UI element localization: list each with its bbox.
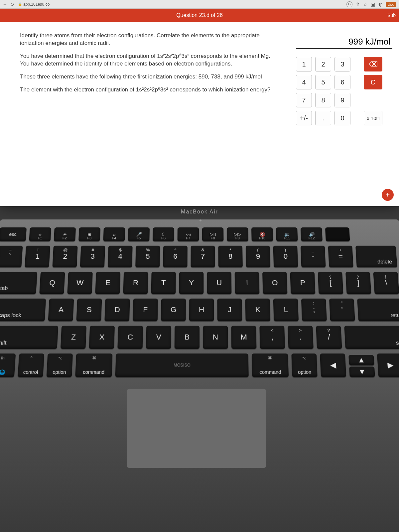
key-period[interactable]: >. <box>288 326 313 349</box>
key-c[interactable]: C <box>117 326 143 349</box>
kp-sign[interactable]: +/- <box>296 111 312 125</box>
key-0[interactable]: )0 <box>273 246 298 267</box>
kp-sci[interactable]: x 10□ <box>364 111 382 125</box>
submit-label[interactable]: Sub <box>387 13 396 18</box>
reload-icon[interactable]: ⟳ <box>11 2 15 7</box>
key-s[interactable]: S <box>76 299 102 321</box>
key-v[interactable]: V <box>146 326 171 349</box>
kp-3[interactable]: 3 <box>334 57 350 71</box>
key-slash[interactable]: ?/ <box>316 326 342 349</box>
key-arrow-up[interactable]: ▲ <box>348 355 374 365</box>
key-9[interactable]: (9 <box>246 246 270 267</box>
key-l[interactable]: L <box>273 299 299 321</box>
key-option-l[interactable]: ⌥option <box>47 353 73 377</box>
key-6[interactable]: ^6 <box>163 246 187 267</box>
key-o[interactable]: O <box>262 272 287 294</box>
key-equals[interactable]: += <box>328 246 353 267</box>
nav-forward-icon[interactable]: → <box>3 2 7 7</box>
kp-5[interactable]: 5 <box>315 75 331 89</box>
key-bracket-l[interactable]: {[ <box>318 272 343 294</box>
add-fab[interactable]: + <box>382 189 394 201</box>
key-bracket-r[interactable]: }] <box>345 272 371 294</box>
key-shift-r[interactable]: shift <box>344 326 399 349</box>
key-f7[interactable]: ◃◃F7 <box>178 227 199 241</box>
key-u[interactable]: U <box>207 272 231 294</box>
key-tab[interactable]: tab <box>0 272 37 294</box>
kp-2[interactable]: 2 <box>315 57 331 71</box>
key-r[interactable]: R <box>123 272 148 294</box>
key-delete[interactable]: delete <box>355 246 397 267</box>
key-backtick[interactable]: ~` <box>0 246 23 267</box>
key-backslash[interactable]: |\ <box>373 272 399 294</box>
key-f11[interactable]: 🔉F11 <box>276 227 298 241</box>
key-1[interactable]: !1 <box>25 246 50 267</box>
share-icon[interactable]: ⇧ <box>356 2 360 7</box>
key-5[interactable]: %5 <box>135 246 160 267</box>
key-fn[interactable]: fn🌐 <box>0 353 16 377</box>
trackpad[interactable] <box>127 388 266 468</box>
key-f2[interactable]: ☀F2 <box>54 227 76 241</box>
star-icon[interactable]: ☆ <box>363 2 367 7</box>
profile-icon[interactable]: G <box>346 1 352 7</box>
key-return[interactable]: return <box>357 299 399 321</box>
key-p[interactable]: P <box>290 272 315 294</box>
key-e[interactable]: E <box>95 272 120 294</box>
kp-9[interactable]: 9 <box>334 93 350 107</box>
key-f9[interactable]: ▷▷F9 <box>227 227 248 241</box>
key-arrow-down[interactable]: ▼ <box>349 367 375 377</box>
key-esc[interactable]: esc <box>0 227 27 241</box>
key-3[interactable]: #3 <box>80 246 105 267</box>
key-control[interactable]: ^control <box>18 353 44 377</box>
key-w[interactable]: W <box>67 272 92 294</box>
key-q[interactable]: Q <box>39 272 65 294</box>
paused-icon[interactable]: ◐ <box>378 2 382 7</box>
key-f1[interactable]: ☼F1 <box>29 227 51 241</box>
key-4[interactable]: $4 <box>108 246 133 267</box>
key-comma[interactable]: <, <box>259 326 285 349</box>
kp-7[interactable]: 7 <box>296 93 312 107</box>
key-command-r[interactable]: ⌘command <box>252 353 289 377</box>
key-minus[interactable]: _- <box>301 246 326 267</box>
key-f4[interactable]: ⌕F4 <box>103 227 125 241</box>
key-space[interactable]: MOSISO <box>115 353 249 377</box>
kp-6[interactable]: 6 <box>334 75 350 89</box>
extension-icon[interactable]: ▣ <box>371 2 375 7</box>
key-m[interactable]: M <box>231 326 256 349</box>
key-arrow-right[interactable]: ▶ <box>377 353 399 377</box>
key-n[interactable]: N <box>203 326 228 349</box>
key-command-l[interactable]: ⌘command <box>75 353 112 377</box>
key-g[interactable]: G <box>161 299 186 321</box>
key-j[interactable]: J <box>217 299 242 321</box>
key-a[interactable]: A <box>48 299 74 321</box>
key-option-r[interactable]: ⌥option <box>291 353 317 377</box>
key-7[interactable]: &7 <box>191 246 215 267</box>
key-power[interactable] <box>325 227 350 241</box>
key-k[interactable]: K <box>245 299 271 321</box>
kp-backspace[interactable]: ⌫ <box>364 57 382 71</box>
key-capslock[interactable]: caps lock <box>0 299 46 321</box>
kp-1[interactable]: 1 <box>296 57 312 71</box>
key-b[interactable]: B <box>175 326 200 349</box>
key-t[interactable]: T <box>151 272 176 294</box>
key-arrow-left[interactable]: ◀ <box>320 353 346 377</box>
kp-clear[interactable]: C <box>364 75 382 89</box>
kp-4[interactable]: 4 <box>296 75 312 89</box>
key-f10[interactable]: 🔇F10 <box>251 227 273 241</box>
key-y[interactable]: Y <box>179 272 204 294</box>
key-shift-l[interactable]: shift <box>0 326 58 349</box>
key-d[interactable]: D <box>104 299 130 321</box>
kp-8[interactable]: 8 <box>315 93 331 107</box>
key-f12[interactable]: 🔊F12 <box>301 227 323 241</box>
key-f6[interactable]: ☾F6 <box>153 227 174 241</box>
key-x[interactable]: X <box>89 326 115 349</box>
url-box[interactable]: 🔒 app.101edu.co <box>18 2 343 7</box>
key-2[interactable]: @2 <box>53 246 78 267</box>
kp-dot[interactable]: . <box>315 111 331 125</box>
key-8[interactable]: *8 <box>218 246 243 267</box>
key-h[interactable]: H <box>189 299 214 321</box>
key-f3[interactable]: ⊞F3 <box>78 227 100 241</box>
key-semicolon[interactable]: :; <box>301 299 327 321</box>
key-f[interactable]: F <box>133 299 158 321</box>
update-badge[interactable]: Upd <box>386 2 396 7</box>
key-f8[interactable]: ▷IIF8 <box>202 227 223 241</box>
